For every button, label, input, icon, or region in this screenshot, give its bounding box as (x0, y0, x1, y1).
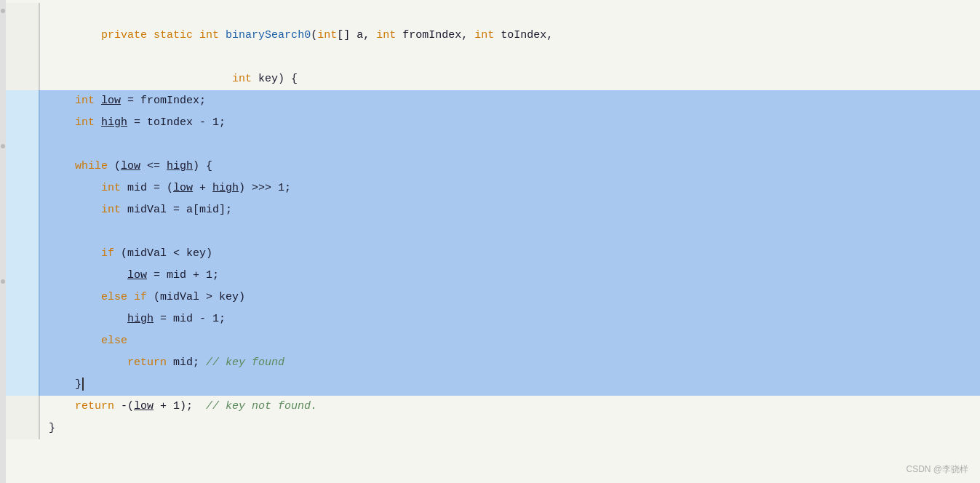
code-line: high = mid - 1; (0, 308, 980, 330)
line-content: while (low <= high) { (40, 156, 980, 177)
code-line: while (low <= high) { (0, 156, 980, 177)
line-content: return -(low + 1); // key not found. (40, 396, 980, 418)
code-line: return -(low + 1); // key not found. (0, 396, 980, 418)
line-content: int mid = (low + high) >>> 1; (40, 177, 980, 199)
code-line: } (0, 418, 980, 439)
line-content: if (midVal < key) (40, 243, 980, 265)
line-content (40, 134, 980, 156)
method-header: private static int binarySearch0(int[] a… (0, 0, 980, 90)
code-container: private static int binarySearch0(int[] a… (0, 0, 980, 483)
code-line: else (0, 330, 980, 352)
line-content: } (40, 418, 980, 439)
code-line: return mid; // key found (0, 352, 980, 374)
selected-block: int low = fromIndex; int high = toIndex … (0, 90, 980, 396)
line-content: int high = toIndex - 1; (40, 112, 980, 134)
method-sig-line1: private static int binarySearch0(int[] a… (40, 3, 980, 68)
line-content: else if (midVal > key) (40, 287, 980, 308)
code-line: int mid = (low + high) >>> 1; (0, 177, 980, 199)
line-content: return mid; // key found (40, 352, 980, 374)
line-content (40, 221, 980, 243)
method-sig-line2: int key) { (40, 68, 980, 90)
left-edge (0, 0, 6, 483)
code-line: int low = fromIndex; (0, 90, 980, 112)
code-line: low = mid + 1; (0, 265, 980, 287)
bottom-section: return -(low + 1); // key not found. } (0, 396, 980, 439)
code-line-cursor: } (0, 374, 980, 396)
code-line: else if (midVal > key) (0, 287, 980, 308)
code-line-empty (0, 221, 980, 243)
line-content: high = mid - 1; (40, 308, 980, 330)
line-content: int midVal = a[mid]; (40, 199, 980, 221)
code-line-empty (0, 134, 980, 156)
code-line: if (midVal < key) (0, 243, 980, 265)
line-content: else (40, 330, 980, 352)
code-line: int high = toIndex - 1; (0, 112, 980, 134)
line-content: low = mid + 1; (40, 265, 980, 287)
code-line: int midVal = a[mid]; (0, 199, 980, 221)
watermark: CSDN @李骁样 (903, 462, 971, 477)
line-content: } (40, 374, 980, 396)
line-content: int low = fromIndex; (40, 90, 980, 112)
